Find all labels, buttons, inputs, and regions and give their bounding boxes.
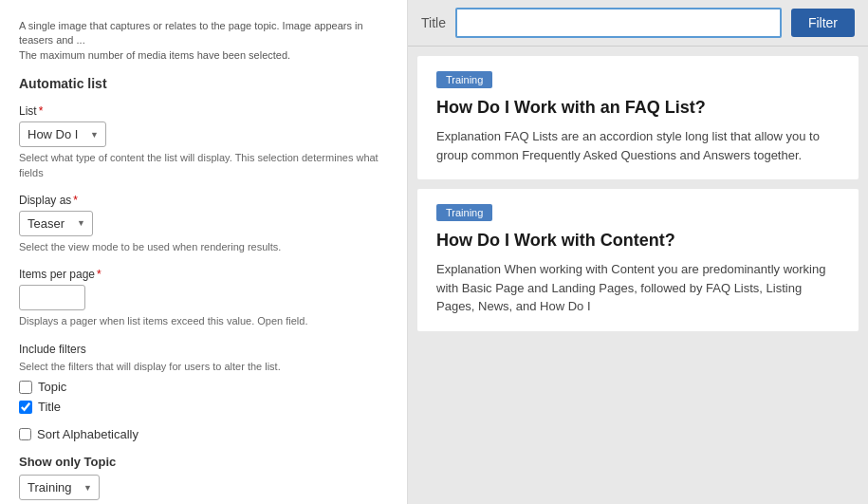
display-as-field-group: Display as * Teaser Select the view mode… [19, 194, 388, 254]
list-label: List * [19, 104, 388, 118]
title-checkbox-label[interactable]: Title [38, 400, 61, 414]
title-checkbox[interactable] [19, 401, 32, 414]
filter-button[interactable]: Filter [791, 9, 855, 37]
title-search-input[interactable] [455, 8, 782, 38]
topic-checkbox-label[interactable]: Topic [38, 380, 66, 394]
items-per-page-field-group: Items per page * 10 Displays a pager whe… [19, 268, 388, 328]
display-as-label-text: Display as [19, 194, 71, 207]
list-label-text: List [19, 104, 37, 118]
right-panel: Title Filter Training How Do I Work with… [408, 0, 868, 504]
list-required-star: * [39, 104, 44, 118]
display-as-required-star: * [73, 194, 78, 207]
display-as-desc: Select the view mode to be used when ren… [19, 240, 388, 254]
card-1-badge: Training [436, 71, 492, 88]
sort-checkbox[interactable] [19, 428, 31, 440]
card-2-title: How Do I Work with Content? [436, 231, 840, 251]
card-2: Training How Do I Work with Content? Exp… [417, 189, 859, 331]
include-filters-group: Include filters Select the filters that … [19, 343, 388, 414]
items-per-page-label-text: Items per page [19, 268, 95, 281]
topic-checkbox-item: Topic [19, 380, 388, 394]
left-panel: A single image that captures or relates … [0, 0, 408, 504]
show-only-topic-label: Show only Topic [19, 455, 388, 469]
card-2-badge: Training [436, 204, 492, 221]
card-1-title: How Do I Work with an FAQ List? [436, 98, 840, 118]
title-bar-label: Title [421, 15, 446, 30]
items-per-page-required-star: * [97, 268, 102, 281]
list-select-wrapper: How Do I [19, 121, 106, 147]
card-1-body: Explanation FAQ Lists are an accordion s… [436, 127, 840, 164]
display-as-select[interactable]: Teaser [19, 211, 93, 236]
top-description: A single image that captures or relates … [19, 19, 388, 63]
include-filters-desc: Select the filters that will display for… [19, 360, 388, 374]
items-per-page-input[interactable]: 10 [19, 285, 85, 310]
show-only-topic-select[interactable]: Training [19, 475, 100, 500]
title-bar: Title Filter [408, 0, 868, 47]
sort-checkbox-label[interactable]: Sort Alphabetically [37, 427, 139, 441]
list-desc: Select what type of content the list wil… [19, 151, 388, 180]
items-per-page-desc: Displays a pager when list items exceed … [19, 314, 388, 328]
items-per-page-label: Items per page * [19, 268, 388, 281]
content-area: Training How Do I Work with an FAQ List?… [408, 56, 868, 331]
topic-checkbox[interactable] [19, 381, 32, 394]
display-as-select-wrapper: Teaser [19, 211, 93, 236]
show-only-topic-group: Show only Topic Training Filter the list… [19, 455, 388, 504]
list-select[interactable]: How Do I [19, 121, 106, 147]
title-checkbox-item: Title [19, 400, 388, 414]
card-2-body: Explanation When working with Content yo… [436, 260, 840, 316]
sort-alphabetically-item: Sort Alphabetically [19, 427, 388, 441]
automatic-list-header: Automatic list [19, 76, 388, 91]
display-as-label: Display as * [19, 194, 388, 207]
show-only-topic-select-wrapper: Training [19, 475, 100, 500]
include-filters-label: Include filters [19, 343, 388, 356]
card-1: Training How Do I Work with an FAQ List?… [417, 56, 859, 179]
list-field-group: List * How Do I Select what type of cont… [19, 104, 388, 180]
